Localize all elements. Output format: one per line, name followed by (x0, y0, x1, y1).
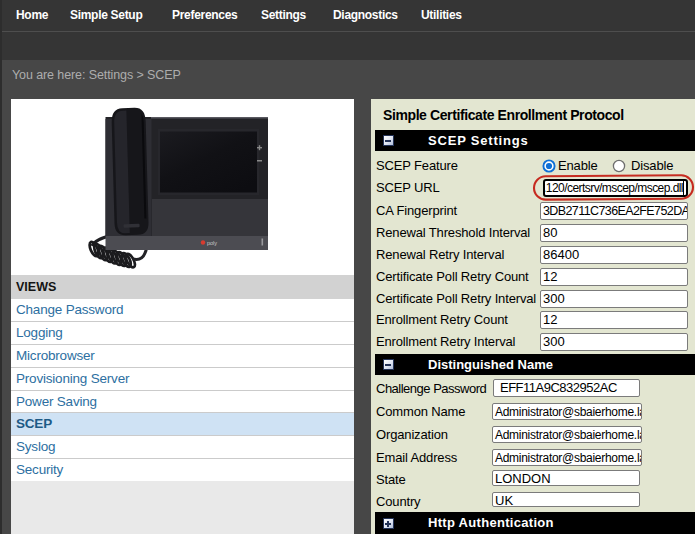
svg-text:poly: poly (207, 240, 217, 246)
